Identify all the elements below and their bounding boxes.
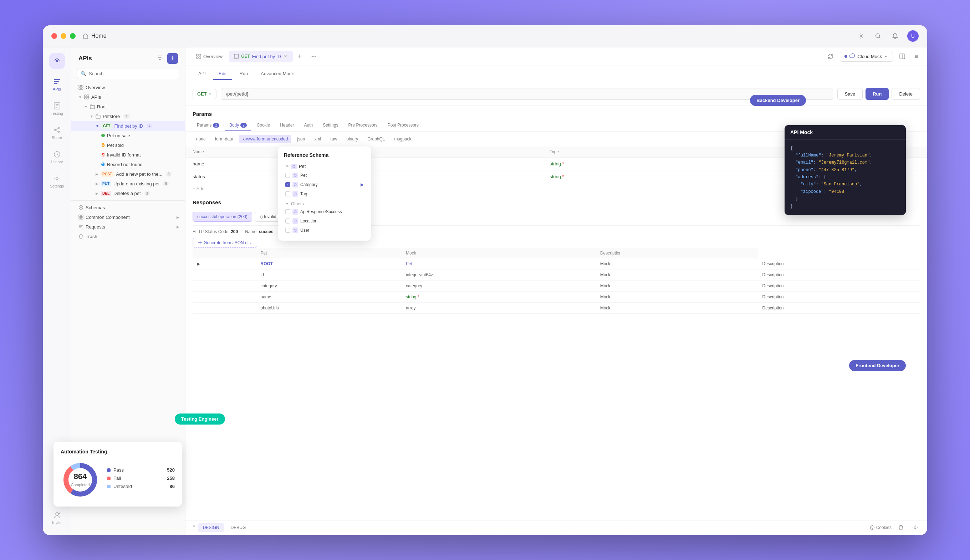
- sub-tab-settings[interactable]: Settings: [319, 120, 342, 131]
- settings-icon-btn[interactable]: [856, 31, 866, 41]
- cloud-mock-button[interactable]: Cloud Mock: [840, 51, 893, 62]
- add-api-button[interactable]: +: [167, 53, 178, 64]
- svg-point-34: [871, 527, 872, 528]
- tab-more-btn[interactable]: •••: [306, 51, 321, 62]
- ref-location-item[interactable]: ⬡ Localtion: [284, 217, 365, 226]
- body-type-graphql[interactable]: GraphQL: [364, 135, 388, 143]
- titlebar-actions: U: [856, 30, 919, 42]
- delete-button[interactable]: Delete: [892, 88, 920, 100]
- api-response-checkbox[interactable]: [285, 209, 290, 214]
- tree-record-not-found[interactable]: Cl Record not found: [71, 160, 185, 169]
- generate-btn[interactable]: Generate from JSON etc.: [192, 238, 257, 248]
- ref-tag-item[interactable]: ⬡ Tag: [284, 189, 365, 198]
- home-nav[interactable]: Home: [83, 33, 107, 39]
- pet-checkbox[interactable]: [285, 173, 290, 178]
- layout-icon-btn[interactable]: [897, 51, 907, 61]
- body-type-json[interactable]: json: [294, 135, 309, 143]
- tree-pet-sold[interactable]: Pe Pet sold: [71, 140, 185, 150]
- tree-overview[interactable]: Overview: [71, 83, 185, 92]
- sub-tab-params[interactable]: Params2: [192, 120, 224, 131]
- sub-tab-pre-processors[interactable]: Pre Processors: [344, 120, 382, 131]
- tree-trash[interactable]: Trash: [71, 232, 185, 241]
- api-tab-run[interactable]: Run: [234, 68, 254, 80]
- body-type-urlencoded[interactable]: x-www-form-urlencoded: [239, 135, 291, 143]
- ref-user-item[interactable]: ⬡ User: [284, 226, 365, 235]
- ref-pet-expand[interactable]: ▼ ⬡ Pet: [284, 162, 365, 171]
- api-tab-edit[interactable]: Edit: [213, 68, 232, 80]
- tree-invalid-id[interactable]: Lo Invalid ID format: [71, 150, 185, 160]
- tree-requests[interactable]: Requests ▶: [71, 222, 185, 232]
- tree-add-pet-post[interactable]: ▶ POST Add a new pet to the... 5: [71, 169, 185, 179]
- svg-point-33: [870, 526, 874, 530]
- tree-delete-pet[interactable]: ▶ DEL Deletes a pet 3: [71, 188, 185, 198]
- save-button[interactable]: Save: [837, 88, 863, 100]
- user-avatar[interactable]: U: [907, 30, 919, 42]
- svg-rect-14: [79, 85, 80, 87]
- tree-pet-on-sale[interactable]: Pet on sale: [71, 131, 185, 140]
- body-type-msgpack[interactable]: msgpack: [391, 135, 415, 143]
- ref-others-group[interactable]: ▼ Others: [284, 198, 365, 207]
- svg-rect-25: [79, 217, 80, 219]
- overview-tab-label: Overview: [203, 54, 222, 59]
- tree-update-pet-put[interactable]: ▶ PUT Update an existing pet 9: [71, 179, 185, 188]
- menu-icon-btn[interactable]: [912, 51, 922, 61]
- sub-tab-cookie[interactable]: Cookie: [252, 120, 274, 131]
- sidebar-item-history[interactable]: History: [46, 146, 68, 168]
- bell-icon-btn[interactable]: [890, 31, 900, 41]
- filter-button[interactable]: [155, 54, 164, 63]
- delete-pet-badge: 3: [144, 191, 150, 196]
- sub-tab-auth[interactable]: Auth: [300, 120, 317, 131]
- response-tab-200[interactable]: successful operation (200): [192, 212, 252, 222]
- sidebar-item-share[interactable]: Share: [46, 122, 68, 144]
- settings-bottom-btn[interactable]: [910, 523, 920, 533]
- search-icon-btn[interactable]: [873, 31, 883, 41]
- run-button[interactable]: Run: [865, 88, 889, 100]
- tree-root-folder[interactable]: ▼ Root: [71, 102, 185, 112]
- refresh-icon-btn[interactable]: [826, 51, 836, 61]
- url-input[interactable]: [221, 88, 833, 100]
- api-tab-api[interactable]: API: [192, 68, 212, 80]
- method-select[interactable]: GET: [192, 89, 217, 99]
- tab-add-btn[interactable]: +: [294, 51, 305, 62]
- bottom-tab-debug[interactable]: DEBUG: [226, 523, 251, 532]
- svg-rect-5: [54, 81, 59, 82]
- tree-apis-folder[interactable]: ▼ APIs: [71, 92, 185, 102]
- tag-checkbox[interactable]: [285, 192, 290, 197]
- tab-overview[interactable]: Overview: [191, 51, 227, 62]
- trash-bottom-btn[interactable]: [896, 523, 906, 533]
- category-checkbox[interactable]: ✓: [285, 182, 290, 187]
- search-input[interactable]: [77, 68, 179, 79]
- resp-root-expand[interactable]: ▶: [192, 258, 256, 270]
- tree-schemas[interactable]: Schemas: [71, 203, 185, 212]
- app-logo: [49, 53, 65, 69]
- svg-point-13: [56, 513, 58, 515]
- body-type-raw[interactable]: raw: [327, 135, 341, 143]
- tree-petstore-folder[interactable]: ▼ Petstore 4: [71, 112, 185, 121]
- minimize-button[interactable]: [61, 33, 66, 39]
- body-type-xml[interactable]: xml: [311, 135, 324, 143]
- sidebar-item-settings[interactable]: Settings: [46, 170, 68, 193]
- api-tab-advanced-mock[interactable]: Advanced Mock: [255, 68, 300, 80]
- close-button[interactable]: [51, 33, 57, 39]
- tree-common-component[interactable]: Common Component ▶: [71, 212, 185, 222]
- sub-tab-header[interactable]: Header: [275, 120, 298, 131]
- sidebar-item-apis[interactable]: APIs: [46, 73, 68, 96]
- maximize-button[interactable]: [70, 33, 75, 39]
- location-checkbox[interactable]: [285, 218, 290, 223]
- ref-api-response[interactable]: ⬡ ApiResponseSuccess: [284, 207, 365, 217]
- tab-close-btn[interactable]: ✕: [283, 53, 288, 60]
- bottom-tab-design[interactable]: DESIGN: [198, 523, 224, 532]
- body-type-form-data[interactable]: form-data: [212, 135, 237, 143]
- tab-find-pet[interactable]: GET Find pet by ID ✕: [229, 51, 293, 62]
- sidebar-item-testing[interactable]: Testing: [46, 97, 68, 120]
- user-checkbox[interactable]: [285, 228, 290, 233]
- svg-rect-16: [79, 88, 80, 90]
- sub-tab-post-processors[interactable]: Post Processors: [383, 120, 423, 131]
- sub-tab-body[interactable]: Body2: [225, 120, 251, 131]
- ref-pet-item[interactable]: ⬡ Pet: [284, 171, 365, 180]
- ref-category-item[interactable]: ✓ ⬡ Category ▶: [284, 180, 365, 189]
- body-type-binary[interactable]: binary: [343, 135, 362, 143]
- body-type-none[interactable]: none: [192, 135, 209, 143]
- tree-find-pet-get[interactable]: ▼ GET Find pet by ID 4: [71, 121, 185, 131]
- sidebar-item-invite[interactable]: Invite: [46, 507, 68, 529]
